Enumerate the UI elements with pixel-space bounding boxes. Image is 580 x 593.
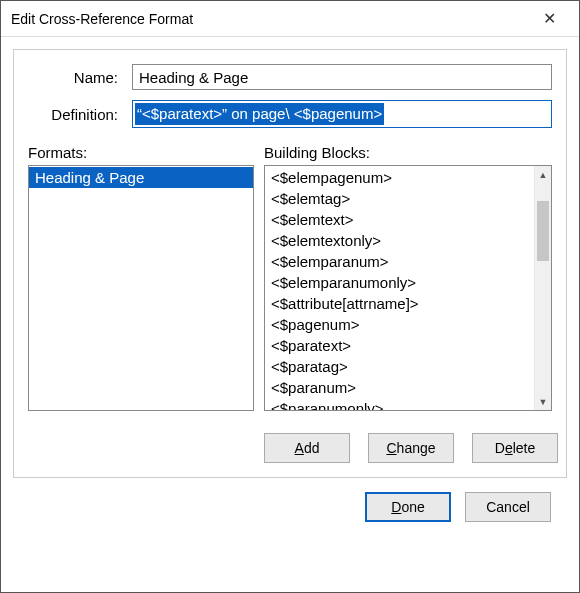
definition-row: Definition: “<$paratext>” on page\ <$pag… [28,100,552,128]
scroll-track[interactable] [535,183,551,393]
name-label: Name: [28,69,124,86]
add-button[interactable]: Add [264,433,350,463]
list-item[interactable]: <$elemtextonly> [265,230,534,251]
window-title: Edit Cross-Reference Format [11,11,529,27]
formats-column: Formats: Heading & Page [28,144,254,411]
format-buttons-row: Add Change Delete [28,433,552,463]
scroll-down-icon[interactable]: ▼ [535,393,551,410]
formats-label: Formats: [28,144,254,161]
formats-items: Heading & Page [29,166,253,188]
list-item[interactable]: <$paranum> [265,377,534,398]
list-item[interactable]: <$pagenum> [265,314,534,335]
add-rest: dd [304,440,320,456]
done-accel: D [391,499,401,515]
delete-pre: D [495,440,505,456]
change-rest: hange [397,440,436,456]
dialog-body: Name: Definition: “<$paratext>” on page\… [1,37,579,592]
definition-selected-text: “<$paratext>” on page\ <$pagenum> [135,103,384,125]
scroll-thumb[interactable] [537,201,549,261]
definition-label: Definition: [28,106,124,123]
change-accel: C [386,440,396,456]
list-item[interactable]: <$elemtext> [265,209,534,230]
list-item[interactable]: <$paranumonly> [265,398,534,410]
titlebar: Edit Cross-Reference Format ✕ [1,1,579,37]
change-button[interactable]: Change [368,433,454,463]
blocks-column: Building Blocks: <$elempagenum> <$elemta… [264,144,552,411]
list-item[interactable]: Heading & Page [29,167,253,188]
done-rest: one [401,499,424,515]
list-item[interactable]: <$elemtag> [265,188,534,209]
list-item[interactable]: <$paratag> [265,356,534,377]
dialog-footer: Done Cancel [13,478,567,538]
lists-row: Formats: Heading & Page Building Blocks:… [28,144,552,411]
definition-input[interactable]: “<$paratext>” on page\ <$pagenum> [132,100,552,128]
add-accel: A [295,440,304,456]
list-item[interactable]: <$elemparanum> [265,251,534,272]
close-icon[interactable]: ✕ [529,5,569,33]
name-row: Name: [28,64,552,90]
building-blocks-items: <$elempagenum> <$elemtag> <$elemtext> <$… [265,166,534,410]
formats-listbox[interactable]: Heading & Page [28,165,254,411]
list-item[interactable]: <$elemparanumonly> [265,272,534,293]
dialog-window: Edit Cross-Reference Format ✕ Name: Defi… [0,0,580,593]
building-blocks-listbox[interactable]: <$elempagenum> <$elemtag> <$elemtext> <$… [264,165,552,411]
cancel-button[interactable]: Cancel [465,492,551,522]
delete-accel: e [505,440,513,456]
scrollbar[interactable]: ▲ ▼ [534,166,551,410]
name-input[interactable] [132,64,552,90]
delete-button[interactable]: Delete [472,433,558,463]
list-item[interactable]: <$attribute[attrname]> [265,293,534,314]
delete-rest: lete [513,440,536,456]
list-item[interactable]: <$paratext> [265,335,534,356]
scroll-up-icon[interactable]: ▲ [535,166,551,183]
building-blocks-label: Building Blocks: [264,144,552,161]
done-button[interactable]: Done [365,492,451,522]
list-item[interactable]: <$elempagenum> [265,167,534,188]
main-group: Name: Definition: “<$paratext>” on page\… [13,49,567,478]
